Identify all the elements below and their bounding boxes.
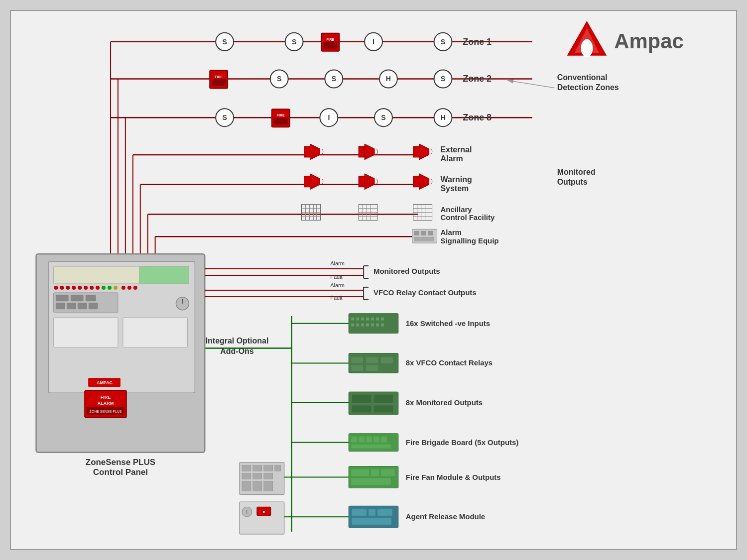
svg-rect-214 bbox=[67, 303, 76, 309]
svg-text:S: S bbox=[277, 75, 281, 83]
svg-rect-14 bbox=[323, 42, 337, 49]
svg-text:H: H bbox=[386, 75, 391, 83]
integral-optional-label: Integral Optional bbox=[206, 336, 269, 345]
svg-line-5 bbox=[507, 80, 555, 88]
addon-fan-label: Fire Fan Module & Outputs bbox=[406, 473, 501, 481]
svg-rect-171 bbox=[253, 481, 262, 491]
svg-rect-146 bbox=[366, 365, 378, 371]
svg-rect-177 bbox=[381, 469, 395, 476]
svg-rect-157 bbox=[366, 437, 372, 443]
svg-rect-168 bbox=[253, 473, 262, 479]
svg-text:System: System bbox=[441, 184, 469, 193]
svg-rect-130 bbox=[371, 318, 374, 321]
svg-text:H: H bbox=[440, 113, 445, 121]
external-alarm-label: External bbox=[441, 145, 472, 154]
monitored-outputs-label: Monitored bbox=[557, 168, 596, 176]
svg-rect-105 bbox=[414, 237, 434, 241]
svg-text:Outputs: Outputs bbox=[557, 178, 588, 186]
svg-point-196 bbox=[66, 286, 70, 290]
warning-system-label: Warning bbox=[441, 175, 472, 184]
svg-rect-137 bbox=[371, 324, 374, 327]
addon-brigade-label: Fire Brigade Board (5x Outputs) bbox=[406, 438, 519, 447]
vfco-relay-label: VFCO Relay Contact Outputs bbox=[374, 288, 477, 297]
svg-rect-159 bbox=[381, 437, 387, 443]
svg-rect-175 bbox=[351, 469, 369, 476]
zone1-label: Zone 1 bbox=[463, 37, 492, 47]
svg-text:i: i bbox=[247, 509, 248, 515]
svg-text:AMPAC: AMPAC bbox=[97, 380, 113, 385]
svg-text:Fault: Fault bbox=[330, 274, 342, 280]
svg-rect-149 bbox=[352, 394, 372, 403]
svg-rect-210 bbox=[56, 295, 68, 301]
svg-text:ALARM: ALARM bbox=[98, 401, 114, 406]
ampac-logo: Ampac bbox=[567, 21, 684, 57]
svg-rect-68 bbox=[359, 176, 365, 187]
svg-rect-71 bbox=[413, 176, 419, 187]
svg-text:): ) bbox=[431, 148, 433, 154]
addon-monitored-label: 8x Monitored Outputs bbox=[406, 398, 483, 407]
svg-text:): ) bbox=[376, 148, 378, 154]
svg-text:S: S bbox=[332, 75, 336, 83]
svg-rect-54 bbox=[304, 146, 310, 157]
svg-rect-131 bbox=[376, 318, 379, 321]
svg-text:FIRE: FIRE bbox=[326, 38, 334, 41]
svg-rect-136 bbox=[366, 324, 369, 327]
svg-rect-166 bbox=[275, 465, 281, 471]
svg-rect-212 bbox=[86, 295, 96, 301]
svg-rect-133 bbox=[351, 324, 354, 327]
svg-rect-216 bbox=[89, 303, 98, 309]
svg-rect-187 bbox=[352, 509, 367, 516]
conventional-detection-label: Conventional bbox=[557, 73, 608, 82]
svg-text:Alarm: Alarm bbox=[330, 260, 345, 266]
svg-marker-66 bbox=[310, 174, 320, 190]
svg-text:FIRE: FIRE bbox=[277, 113, 285, 117]
svg-point-201 bbox=[96, 286, 100, 290]
svg-point-200 bbox=[90, 286, 94, 290]
addon-vfco-label: 8x VFCO Contact Relays bbox=[406, 358, 493, 367]
svg-rect-143 bbox=[366, 357, 378, 363]
svg-text:S: S bbox=[222, 113, 227, 121]
svg-text:Signalling Equip: Signalling Equip bbox=[441, 236, 499, 245]
svg-marker-58 bbox=[365, 144, 374, 160]
svg-rect-172 bbox=[264, 481, 273, 491]
svg-text:Alarm: Alarm bbox=[441, 154, 463, 163]
svg-rect-126 bbox=[351, 318, 354, 321]
svg-rect-219 bbox=[53, 318, 118, 347]
svg-text:FIRE: FIRE bbox=[215, 75, 223, 79]
svg-rect-22 bbox=[212, 79, 226, 86]
svg-rect-189 bbox=[377, 509, 392, 516]
svg-marker-61 bbox=[419, 144, 429, 160]
ancillary-label: Ancillary bbox=[441, 205, 473, 214]
svg-rect-190 bbox=[352, 518, 391, 525]
svg-text:Fault: Fault bbox=[330, 295, 342, 301]
svg-text:): ) bbox=[431, 178, 433, 184]
svg-rect-165 bbox=[264, 465, 273, 471]
svg-rect-134 bbox=[356, 324, 359, 327]
svg-rect-128 bbox=[361, 318, 364, 321]
addon-switched-label: 16x Switched -ve Inputs bbox=[406, 319, 490, 328]
svg-rect-132 bbox=[381, 318, 384, 321]
svg-text:): ) bbox=[322, 178, 323, 184]
svg-rect-215 bbox=[78, 303, 87, 309]
svg-text:FIRE: FIRE bbox=[101, 395, 111, 400]
svg-rect-60 bbox=[413, 146, 419, 157]
svg-rect-167 bbox=[242, 473, 251, 479]
svg-text:Alarm: Alarm bbox=[330, 282, 345, 288]
svg-rect-220 bbox=[123, 318, 188, 347]
zone2-label: Zone 2 bbox=[463, 74, 492, 84]
svg-rect-178 bbox=[351, 478, 391, 485]
svg-point-199 bbox=[84, 286, 88, 290]
svg-text:ZONE SENSE PLUS: ZONE SENSE PLUS bbox=[89, 410, 122, 413]
monitored-outputs-relay-label: Monitored Outputs bbox=[374, 267, 440, 275]
svg-point-204 bbox=[114, 286, 118, 290]
svg-text:): ) bbox=[322, 148, 323, 154]
svg-rect-152 bbox=[374, 405, 393, 413]
svg-point-2 bbox=[581, 39, 593, 57]
svg-rect-158 bbox=[374, 437, 379, 443]
svg-rect-150 bbox=[374, 394, 393, 403]
zone8-label: Zone 8 bbox=[463, 112, 492, 122]
svg-point-197 bbox=[72, 286, 76, 290]
svg-point-195 bbox=[60, 286, 64, 290]
svg-rect-211 bbox=[71, 295, 83, 301]
svg-point-207 bbox=[133, 286, 137, 290]
